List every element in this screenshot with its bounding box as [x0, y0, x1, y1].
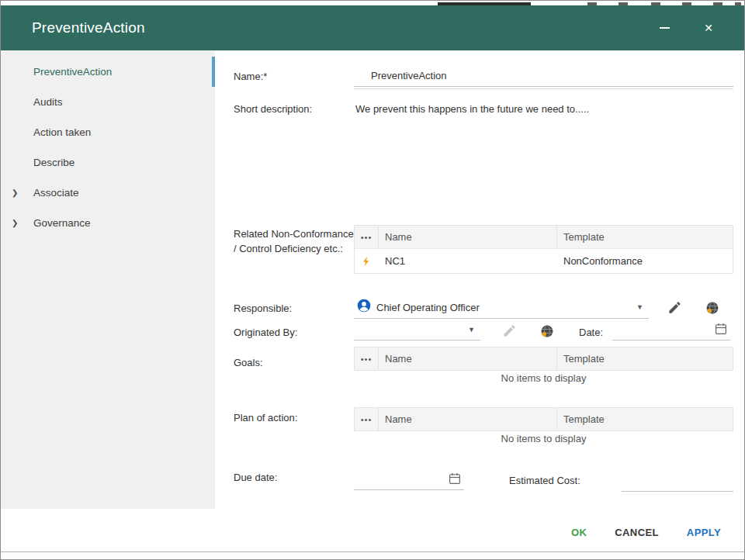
originated-by-global-search-button[interactable] — [536, 322, 558, 342]
grid-menu-button[interactable]: ••• — [355, 226, 379, 248]
related-nonconformance-label: Related Non-Conformance / Control Defici… — [234, 226, 355, 256]
dropdown-caret-icon: ▼ — [468, 326, 475, 334]
sidebar-item-action-taken[interactable]: Action taken — [1, 117, 215, 147]
estimated-cost-input[interactable] — [622, 470, 733, 491]
related-nonconformance-grid: ••• Name Template NC1 NonConformance — [354, 225, 733, 274]
date-calendar-button[interactable] — [712, 320, 730, 339]
ok-button[interactable]: OK — [562, 520, 596, 544]
plan-empty-message: No items to display — [354, 434, 733, 444]
user-avatar-icon — [356, 298, 372, 316]
minimize-icon — [660, 27, 670, 29]
chevron-right-icon: ❯ — [12, 208, 18, 238]
sidebar: PreventiveAction Audits Action taken Des… — [1, 50, 215, 509]
ellipsis-icon: ••• — [361, 233, 372, 242]
sidebar-item-label: Associate — [33, 187, 79, 199]
column-header-name: Name — [379, 408, 557, 430]
sidebar-item-governance[interactable]: ❯ Governance — [1, 208, 215, 238]
name-field-wrap — [354, 64, 733, 87]
table-row[interactable]: NC1 NonConformance — [355, 248, 733, 273]
apply-button[interactable]: APPLY — [677, 520, 730, 544]
date-field-wrap — [612, 319, 730, 340]
dialog-body: PreventiveAction Audits Action taken Des… — [1, 50, 744, 559]
short-description-area-wrap: We prevent this happens in the future we… — [354, 99, 733, 216]
grid-menu-button[interactable]: ••• — [355, 408, 379, 430]
sidebar-item-label: Describe — [33, 157, 74, 168]
cropped-background-bottom — [1, 551, 744, 559]
short-description-label: Short description: — [234, 103, 312, 115]
originated-by-dropdown[interactable]: ▼ — [354, 319, 480, 340]
column-header-template: Template — [557, 353, 733, 365]
responsible-global-search-button[interactable] — [702, 299, 723, 319]
cropped-toolbar-icon — [619, 2, 628, 5]
due-date-field-wrap — [354, 468, 464, 490]
window-controls: ✕ — [657, 19, 716, 36]
due-date-label: Due date: — [234, 472, 277, 483]
calendar-icon — [448, 476, 462, 488]
originated-by-edit-button-disabled[interactable] — [498, 322, 520, 342]
plan-of-action-label: Plan of action: — [234, 412, 297, 423]
preventive-action-dialog: PreventiveAction ✕ PreventiveAction Audi… — [0, 0, 745, 560]
row-cell-name: NC1 — [379, 249, 557, 273]
estimated-cost-field-wrap — [622, 470, 733, 492]
estimated-cost-label: Estimated Cost: — [509, 475, 580, 486]
cropped-toolbar-icon — [587, 2, 597, 5]
grid-menu-button[interactable]: ••• — [355, 347, 379, 370]
grid-header: ••• Name Template — [355, 226, 733, 248]
due-date-calendar-button[interactable] — [445, 470, 464, 489]
column-header-template: Template — [557, 413, 733, 425]
sidebar-item-label: Governance — [33, 217, 91, 229]
originated-by-label: Originated By: — [234, 327, 297, 338]
chevron-right-icon: ❯ — [12, 178, 18, 208]
calendar-icon — [714, 327, 728, 338]
sidebar-item-label: PreventiveAction — [33, 66, 112, 78]
responsible-edit-button[interactable] — [664, 299, 685, 319]
sidebar-item-associate[interactable]: ❯ Associate — [1, 178, 215, 208]
minimize-button[interactable] — [657, 24, 673, 32]
sidebar-item-preventiveaction[interactable]: PreventiveAction — [1, 57, 215, 87]
lightning-bolt-icon — [355, 254, 379, 268]
sidebar-item-label: Audits — [33, 96, 63, 108]
grid-header: ••• Name Template — [355, 408, 733, 430]
sidebar-item-describe[interactable]: Describe — [1, 147, 215, 178]
column-header-name: Name — [379, 347, 557, 370]
goals-grid: ••• Name Template — [354, 347, 733, 371]
ellipsis-icon: ••• — [361, 354, 372, 364]
cropped-toolbar-icon — [682, 2, 691, 5]
dialog-title: PreventiveAction — [32, 19, 145, 36]
cropped-toolbar-icon — [735, 2, 741, 5]
close-icon: ✕ — [704, 22, 713, 33]
name-label: Name:* — [234, 71, 267, 82]
sidebar-item-label: Action taken — [33, 126, 91, 138]
globe-icon — [705, 300, 720, 318]
responsible-label: Responsible: — [234, 302, 292, 314]
pencil-icon — [502, 323, 517, 340]
responsible-dropdown[interactable]: Chief Operating Officer ▼ — [354, 296, 649, 319]
responsible-value: Chief Operating Officer — [376, 302, 480, 313]
goals-empty-message: No items to display — [354, 373, 733, 384]
ellipsis-icon: ••• — [361, 415, 372, 424]
footer-actions: OK CANCEL APPLY — [562, 520, 730, 544]
short-description-textarea[interactable]: We prevent this happens in the future we… — [354, 99, 733, 216]
name-input[interactable] — [354, 64, 733, 86]
column-header-template: Template — [557, 231, 733, 243]
date-label: Date: — [579, 327, 603, 338]
plan-of-action-grid: ••• Name Template — [354, 407, 733, 431]
cropped-background-text — [438, 2, 531, 5]
row-cell-template: NonConformance — [557, 255, 733, 267]
pencil-icon — [667, 300, 682, 317]
globe-icon — [539, 323, 555, 341]
goals-label: Goals: — [234, 357, 263, 368]
cropped-background-toolbar — [1, 1, 744, 5]
dropdown-caret-icon: ▼ — [636, 303, 643, 311]
column-header-name: Name — [379, 226, 557, 248]
dialog-titlebar: PreventiveAction ✕ — [1, 5, 744, 50]
cropped-toolbar-icon — [713, 2, 722, 5]
close-button[interactable]: ✕ — [701, 19, 716, 36]
sidebar-item-audits[interactable]: Audits — [1, 87, 215, 117]
cancel-button[interactable]: CANCEL — [605, 520, 668, 544]
cropped-toolbar-icon — [651, 2, 660, 5]
grid-header: ••• Name Template — [355, 347, 733, 370]
